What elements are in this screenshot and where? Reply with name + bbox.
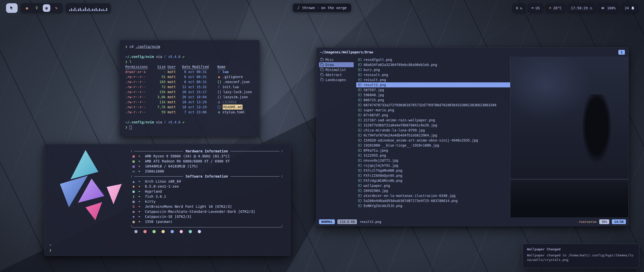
visualizer-bar — [69, 10, 70, 11]
directory-item[interactable]: Draw — [319, 62, 354, 67]
file-manager-window[interactable]: ~/Imagenes/Wallpapers/Draw 1 Misc Draw — [316, 47, 629, 226]
file-name: atardecer-en-la-montanas-ilustracion-634… — [364, 194, 456, 198]
palette-dot — [189, 230, 192, 233]
file-item[interactable]: result2.png — [356, 82, 510, 87]
file-item[interactable]: atardecer-en-la-montanas-ilustracion-634… — [356, 193, 510, 198]
file-item[interactable]: 596848.jpg — [356, 92, 510, 97]
updates-module[interactable]: 0 ↻ — [513, 4, 526, 13]
tab-indicator[interactable]: 1 — [618, 50, 625, 55]
file-item[interactable]: super-mario.png — [356, 108, 510, 113]
directory-item[interactable]: Landscapes — [319, 77, 354, 82]
header-permissions: Permissions — [125, 64, 152, 69]
directory-item[interactable]: Abstract — [319, 72, 354, 77]
file-name-cell: {} .neoconf.json — [217, 79, 254, 84]
selected-file-name: result2.png — [359, 220, 381, 224]
file-item[interactable]: FXfcHgcWIAMzs0G.png — [356, 178, 510, 183]
file-item[interactable]: 87r687df.png — [356, 113, 510, 118]
file-item[interactable]: 5a266e448add93deab367d87173e9f25-6837886… — [356, 198, 510, 203]
file-item[interactable]: rsjqojlmjhf91.jpg — [356, 163, 510, 168]
image-file-icon — [358, 129, 361, 131]
workspace-button[interactable]: ▣ — [43, 4, 50, 12]
file-item[interactable]: 68747470733a2f2f696d616765732d7769786d70… — [356, 103, 510, 108]
file-date: 18 oct 13:29 — [182, 105, 215, 110]
workspace-button[interactable]: V — [33, 4, 41, 12]
file-owner: matt — [168, 69, 180, 74]
workspace-icon: ▣ — [45, 6, 48, 10]
image-file-icon — [358, 99, 361, 101]
terminal-cursor — [130, 126, 132, 129]
folder-icon — [320, 79, 324, 81]
file-name: chica-mirando-la-luna-8799.jpg — [364, 128, 425, 132]
file-item[interactable]: re1sult.png — [356, 77, 510, 82]
arrow-icon: ➜ — [138, 204, 143, 209]
notifications-module[interactable]: 24 — [621, 4, 638, 13]
visualizer-bar — [73, 9, 74, 11]
file-item[interactable]: resssult.png — [356, 72, 510, 77]
file-item[interactable]: 0c794faf07de24a4db4d4fb1eb813964.jpg — [356, 133, 510, 138]
file-item[interactable]: 154928-odinokoe_anime-art-anime-okno-sin… — [356, 138, 510, 143]
file-item[interactable]: FXfcII0X0AQyn9X.png — [356, 173, 510, 178]
cwd-path: ~ — [49, 243, 51, 247]
file-permissions: drwxr-xr-x — [125, 69, 152, 74]
fetch-info-row: ❖ ➜ Catppuccin-SE [GTK2/3] — [131, 214, 282, 219]
file-item[interactable]: 587597.jpg — [356, 87, 510, 92]
info-icon: A — [131, 204, 136, 209]
file-item[interactable]: 217167-sad-anime-rain-wallpaper.png — [356, 118, 510, 123]
cwd-path: ~/.config/nvim — [125, 120, 154, 124]
file-item[interactable]: 866715.png — [356, 97, 510, 103]
launcher-button[interactable] — [6, 3, 18, 13]
software-section-header: Software Information — [131, 174, 282, 179]
weather-icon: ☀ — [549, 6, 551, 10]
directory-item[interactable]: Misc — [319, 57, 354, 62]
audio-visualizer — [66, 3, 111, 13]
weather-module[interactable]: ☀ 26°C — [546, 4, 565, 13]
keyboard-layout-module[interactable]: ⌨ US — [528, 4, 543, 13]
file-item[interactable]: ressdfgult.png — [356, 57, 510, 62]
image-file-icon — [358, 144, 361, 147]
file-item[interactable]: EeNKYgIUcAAJ5JX.png — [356, 203, 510, 208]
prompt-path-line: ~/.config/nvim via ☾ v5.4.6 ✔ — [125, 120, 254, 125]
clock-icon: ◷ — [590, 6, 592, 10]
terminal-window-nvim[interactable]: ❯ cd .config/nvim ~/.config/nvim via ☾ v… — [119, 40, 260, 136]
via-label: via — [154, 120, 164, 124]
file-item[interactable]: 20492984.jpg — [356, 188, 510, 193]
file-item[interactable]: wallpaper.png — [356, 183, 510, 188]
info-value: 6.5.8-zen1-1-zen — [145, 184, 179, 189]
file-name-cell: ☾ lua — [217, 69, 254, 74]
arrow-icon: ➜ — [138, 159, 143, 164]
file-size: 183 — [154, 79, 166, 84]
command-cd-arg: .config/nvim — [136, 45, 160, 49]
blank-line — [125, 49, 254, 54]
cursor-arrow-icon — [9, 6, 14, 11]
file-item[interactable]: 3126f7e9bbf21a8a4af0b67b041c6e26.jpg — [356, 123, 510, 128]
arrow-icon: ➜ — [138, 179, 143, 184]
media-player-widget[interactable]: ♪ thrown - on the verge — [293, 3, 351, 12]
workspace-button[interactable]: ◉ — [23, 4, 31, 12]
visualizer-bar — [104, 10, 105, 11]
volume-module[interactable]: 100% — [598, 4, 619, 13]
image-file-icon — [358, 149, 361, 152]
image-file-icon — [358, 205, 361, 207]
file-item[interactable]: 08a634fa02a32364f69ebc86a98eb1eb.png — [356, 62, 510, 67]
cwd-line: ~ — [49, 243, 285, 248]
image-file-icon — [358, 119, 361, 121]
file-item[interactable]: nnvuv0xj2df71.jpg — [356, 158, 510, 163]
directory-item[interactable]: Minimalist — [319, 67, 354, 72]
fetch-terminal-window[interactable]: Hardware Information ▣ ➜ AMD Ryzen 9 590… — [44, 144, 291, 256]
image-file-icon — [358, 109, 361, 111]
fetch-prompt-block: ~ ❯ — [49, 243, 285, 253]
visualizer-bar — [87, 9, 88, 11]
file-item[interactable]: 3122955.png — [356, 153, 510, 158]
file-item[interactable]: 8FKa7Cu.jpeg — [356, 148, 510, 153]
command-ls: l — [129, 60, 131, 64]
file-item[interactable]: chica-mirando-la-luna-8799.jpg — [356, 128, 510, 133]
file-item[interactable]: 19201080-__blue-tinge__-1920×1080.jpg — [356, 143, 510, 148]
file-item[interactable]: FXfcJlTXgAMvH6R.png — [356, 168, 510, 173]
visualizer-bar — [89, 8, 90, 11]
workspace-button[interactable]: ✎ — [53, 4, 60, 12]
ls-file-row: .rw-r--r-- 3,0k matt 26 oct 10:04 {} laz… — [125, 94, 254, 99]
clock-module[interactable]: 17:50:29 ◷ — [568, 4, 595, 13]
info-value: Hyprland — [145, 189, 162, 194]
notification-popup[interactable]: Wallpaper Changed Wallpaper changed to /… — [522, 244, 639, 268]
file-item[interactable]: kurz.png — [356, 67, 510, 72]
